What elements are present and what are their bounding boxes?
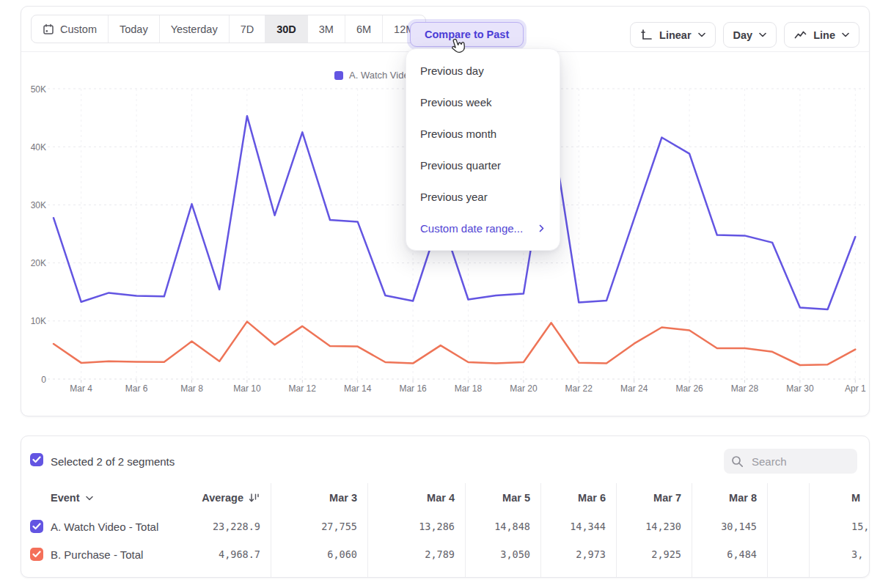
svg-text:Mar 12: Mar 12 <box>289 383 317 394</box>
chart-type-button[interactable]: Line <box>784 22 859 48</box>
table-cell: 15, <box>767 521 870 532</box>
table-cell: 30,145 <box>692 521 767 532</box>
column-header-mar-8: Mar 8 <box>692 492 767 504</box>
range-7d[interactable]: 7D <box>229 15 265 43</box>
granularity-button[interactable]: Day <box>723 22 777 48</box>
table-cell: 6,484 <box>692 548 767 560</box>
table-cell: 4,968.7 <box>177 548 271 560</box>
menu-item-previous-year[interactable]: Previous year <box>406 181 560 213</box>
chevron-down-icon <box>842 32 849 37</box>
menu-item-previous-day[interactable]: Previous day <box>406 55 560 87</box>
segment-name: B. Purchase - Total <box>51 548 143 561</box>
svg-text:Mar 28: Mar 28 <box>731 383 759 394</box>
average-header-label: Average <box>202 492 243 504</box>
column-header-m: M <box>767 492 870 504</box>
selected-summary: Selected 2 of 2 segments <box>51 455 175 468</box>
range-custom[interactable]: Custom <box>32 15 108 43</box>
svg-text:Mar 16: Mar 16 <box>399 383 427 394</box>
range-today[interactable]: Today <box>108 15 159 43</box>
table-cell: 2,925 <box>616 548 692 560</box>
column-header-event[interactable]: Event <box>21 492 177 504</box>
svg-text:Mar 24: Mar 24 <box>620 383 648 394</box>
table-row[interactable]: A. Watch Video - Total23,228.927,75513,2… <box>21 512 870 540</box>
table-cell: 23,228.9 <box>177 521 271 532</box>
column-separator <box>809 483 810 578</box>
table-cell: 2,973 <box>540 548 616 560</box>
svg-text:Mar 26: Mar 26 <box>675 383 703 394</box>
table-cell: 6,060 <box>271 548 367 560</box>
chart-type-label: Line <box>813 29 835 41</box>
chart-display-tools: Linear Day Line <box>630 22 859 48</box>
table-cell: 27,755 <box>271 521 367 532</box>
svg-text:Apr 1: Apr 1 <box>845 383 866 394</box>
svg-text:Mar 4: Mar 4 <box>70 383 92 394</box>
menu-item-previous-week[interactable]: Previous week <box>406 87 560 118</box>
granularity-label: Day <box>733 29 753 41</box>
segment-name: A. Watch Video - Total <box>51 521 158 533</box>
range-label: Today <box>120 23 148 35</box>
column-header-average[interactable]: Average <box>177 492 271 504</box>
search-input[interactable] <box>750 455 848 468</box>
range-label: 6M <box>356 23 371 35</box>
table-header-row: EventAverageMar 3Mar 4Mar 5Mar 6Mar 7Mar… <box>21 483 870 512</box>
range-label: Custom <box>60 23 97 35</box>
range-label: 7D <box>241 23 254 35</box>
range-label: Yesterday <box>171 23 218 35</box>
range-3m[interactable]: 3M <box>307 15 345 43</box>
event-header-label: Event <box>51 492 80 504</box>
custom-date-range-label: Custom date range... <box>420 222 523 235</box>
table-cell: 13,286 <box>367 521 465 532</box>
sort-descending-icon <box>249 493 260 503</box>
segments-panel: Selected 2 of 2 segments EventAverageMar… <box>21 436 870 578</box>
calendar-icon <box>43 23 54 35</box>
compare-to-past-label: Compare to Past <box>425 29 509 40</box>
date-range-group: CustomTodayYesterday7D30D3M6M12M <box>31 15 426 43</box>
range-label: 30D <box>276 23 296 35</box>
range-yesterday[interactable]: Yesterday <box>159 15 229 43</box>
svg-text:Mar 20: Mar 20 <box>510 383 538 394</box>
menu-item-previous-month[interactable]: Previous month <box>406 118 560 150</box>
chevron-down-icon <box>698 32 705 37</box>
search-box[interactable] <box>724 449 857 474</box>
svg-text:Mar 30: Mar 30 <box>786 383 814 394</box>
svg-text:20K: 20K <box>31 258 46 268</box>
svg-text:0: 0 <box>41 375 46 385</box>
table-cell: 3,050 <box>465 548 540 560</box>
table-cell: 2,789 <box>367 548 465 560</box>
svg-text:30K: 30K <box>31 200 46 210</box>
axis-icon <box>640 29 653 41</box>
menu-item-previous-quarter[interactable]: Previous quarter <box>406 150 560 181</box>
column-separator <box>367 483 368 578</box>
column-header-mar-3: Mar 3 <box>271 492 367 504</box>
range-30d[interactable]: 30D <box>265 15 307 43</box>
svg-text:Mar 22: Mar 22 <box>565 383 593 394</box>
column-separator <box>692 483 692 578</box>
column-header-mar-6: Mar 6 <box>540 492 616 504</box>
range-6m[interactable]: 6M <box>345 15 382 43</box>
legend-item-watch-video[interactable]: A. Watch Vide <box>334 70 409 81</box>
select-all-checkbox[interactable] <box>30 453 43 466</box>
table-cell: 14,230 <box>616 521 692 532</box>
segment-checkbox-b-purchase-total[interactable] <box>30 548 43 561</box>
table-cell: 3, <box>767 548 870 560</box>
svg-text:Mar 18: Mar 18 <box>455 383 483 394</box>
column-header-mar-4: Mar 4 <box>367 492 465 504</box>
scale-button[interactable]: Linear <box>630 22 716 48</box>
svg-text:Mar 8: Mar 8 <box>180 383 203 394</box>
svg-text:Mar 14: Mar 14 <box>344 383 372 394</box>
svg-text:Mar 10: Mar 10 <box>233 383 261 394</box>
menu-item-custom-date-range[interactable]: Custom date range... <box>406 213 560 244</box>
table-cell: 14,344 <box>540 521 616 532</box>
table-cell: 14,848 <box>465 521 540 532</box>
svg-text:40K: 40K <box>31 142 46 152</box>
column-header-mar-7: Mar 7 <box>616 492 692 504</box>
segment-checkbox-a-watch-video-total[interactable] <box>30 520 43 533</box>
column-separator <box>540 483 541 578</box>
svg-text:50K: 50K <box>31 84 46 95</box>
range-label: 3M <box>319 23 334 35</box>
legend-swatch <box>334 71 343 80</box>
column-separator <box>767 483 768 578</box>
column-separator <box>271 483 271 578</box>
table-row[interactable]: B. Purchase - Total4,968.76,0602,7893,05… <box>21 540 870 568</box>
legend-label: A. Watch Vide <box>349 70 409 81</box>
